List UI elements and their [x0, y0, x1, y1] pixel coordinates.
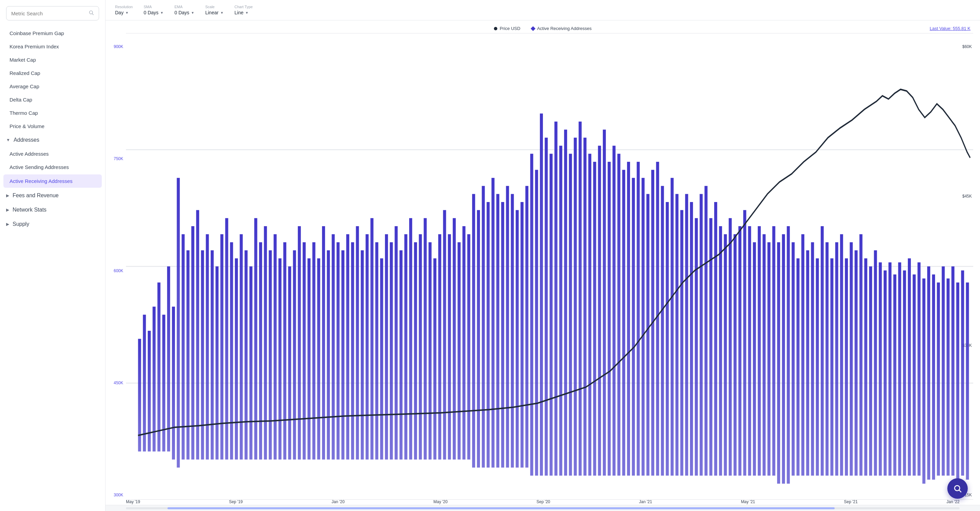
search-input[interactable]	[11, 11, 89, 16]
ema-select[interactable]: 0 Days ▼	[174, 10, 194, 15]
svg-rect-105	[612, 146, 616, 476]
scrollbar-track[interactable]	[126, 507, 959, 509]
svg-rect-176	[956, 283, 959, 480]
sidebar: Coinbase Premium Gap Korea Premium Index…	[0, 0, 105, 511]
svg-rect-123	[700, 194, 703, 476]
svg-rect-167	[913, 275, 916, 476]
last-value-label[interactable]: Last Value: 555.81 K	[930, 26, 970, 31]
svg-rect-150	[830, 258, 833, 476]
sma-dropdown-arrow: ▼	[160, 11, 164, 14]
nav-item[interactable]: Price & Volume	[0, 120, 105, 133]
sidebar-item-active-addresses[interactable]: Active Addresses	[0, 147, 105, 160]
svg-rect-144	[801, 235, 804, 476]
svg-rect-178	[966, 283, 969, 480]
chevron-right-icon-2: ▶	[6, 208, 9, 212]
svg-line-1	[92, 14, 94, 15]
toolbar: Resolution Day ▼ SMA 0 Days ▼ EMA 0 Days…	[105, 0, 980, 21]
svg-rect-34	[269, 251, 272, 460]
nav-item[interactable]: Coinbase Premium Gap	[0, 27, 105, 40]
legend-metric: Active Receiving Addresses	[531, 26, 592, 31]
svg-rect-143	[797, 258, 800, 476]
section-header-supply[interactable]: ▶ Supply	[0, 217, 105, 231]
svg-rect-19	[196, 210, 199, 460]
svg-rect-50	[346, 235, 349, 460]
x-label-7: Sep '21	[844, 500, 858, 504]
svg-rect-172	[937, 283, 940, 476]
svg-rect-16	[182, 235, 185, 460]
svg-rect-61	[399, 251, 402, 460]
svg-rect-117	[671, 178, 674, 476]
svg-rect-139	[777, 242, 780, 484]
svg-rect-86	[520, 202, 523, 467]
svg-rect-82	[501, 202, 504, 467]
svg-rect-122	[695, 218, 698, 476]
svg-rect-55	[370, 218, 374, 460]
scrollbar-hint[interactable]	[105, 505, 980, 511]
svg-rect-57	[380, 258, 383, 460]
nav-item[interactable]: Delta Cap	[0, 93, 105, 106]
metric-legend-label: Active Receiving Addresses	[537, 26, 592, 31]
sidebar-item-active-receiving-addresses[interactable]: Active Receiving Addresses	[3, 174, 102, 188]
svg-rect-136	[762, 235, 765, 476]
svg-rect-170	[927, 267, 930, 480]
svg-rect-18	[191, 226, 194, 460]
svg-rect-65	[419, 235, 422, 460]
svg-rect-101	[593, 162, 597, 476]
nav-item[interactable]: Market Cap	[0, 53, 105, 66]
svg-rect-125	[710, 218, 713, 476]
float-search-button[interactable]	[947, 478, 968, 499]
section-header-network[interactable]: ▶ Network Stats	[0, 203, 105, 217]
scrollbar-thumb[interactable]	[167, 507, 834, 509]
sidebar-item-active-sending-addresses[interactable]: Active Sending Addresses	[0, 160, 105, 174]
svg-rect-109	[632, 178, 635, 476]
svg-rect-165	[903, 270, 906, 476]
svg-rect-15	[177, 178, 180, 467]
svg-rect-72	[453, 218, 456, 460]
sma-select[interactable]: 0 Days ▼	[144, 10, 163, 15]
price-legend-dot	[494, 27, 497, 30]
section-header-fees[interactable]: ▶ Fees and Revenue	[0, 188, 105, 203]
search-bar[interactable]	[6, 6, 99, 21]
svg-rect-42	[307, 258, 310, 460]
svg-rect-73	[458, 242, 461, 460]
svg-rect-24	[220, 235, 223, 460]
svg-rect-49	[341, 251, 344, 460]
nav-item[interactable]: Realized Cap	[0, 66, 105, 80]
svg-rect-67	[428, 242, 432, 460]
svg-rect-160	[879, 262, 882, 476]
svg-rect-92	[550, 153, 553, 476]
svg-rect-51	[351, 242, 354, 460]
nav-item[interactable]: Average Cap	[0, 80, 105, 93]
resolution-value: Day	[115, 10, 124, 15]
svg-rect-119	[681, 210, 684, 476]
sma-label: SMA	[144, 5, 163, 9]
svg-rect-156	[859, 235, 862, 476]
resolution-select[interactable]: Day ▼	[115, 10, 133, 15]
svg-rect-64	[414, 242, 417, 460]
chevron-right-icon: ▶	[6, 193, 9, 198]
nav-item[interactable]: Korea Premium Index	[0, 40, 105, 53]
svg-rect-114	[656, 162, 659, 476]
svg-rect-69	[438, 235, 441, 460]
svg-rect-152	[840, 235, 843, 476]
svg-rect-10	[153, 307, 156, 451]
svg-rect-147	[816, 258, 819, 476]
svg-rect-124	[705, 186, 708, 476]
svg-rect-100	[588, 153, 591, 476]
section-header-addresses[interactable]: ▼ Addresses	[0, 133, 105, 147]
svg-rect-171	[932, 275, 935, 480]
nav-item[interactable]: Thermo Cap	[0, 106, 105, 120]
svg-rect-58	[385, 235, 388, 460]
svg-rect-97	[574, 137, 577, 476]
svg-rect-80	[492, 178, 495, 467]
svg-rect-68	[433, 258, 436, 460]
svg-rect-84	[511, 194, 514, 467]
chart-type-select[interactable]: Line ▼	[234, 10, 253, 15]
svg-rect-132	[743, 210, 746, 476]
svg-rect-138	[772, 226, 775, 476]
x-label-6: May '21	[741, 500, 755, 504]
svg-rect-174	[947, 278, 950, 476]
chart-svg	[126, 33, 973, 500]
scale-select[interactable]: Linear ▼	[205, 10, 224, 15]
svg-rect-52	[356, 226, 359, 460]
